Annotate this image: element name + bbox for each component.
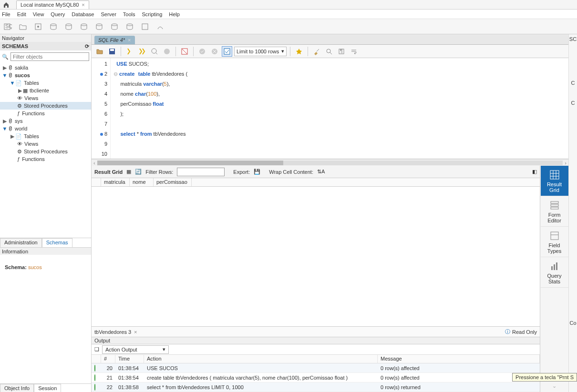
close-icon[interactable]: × [82, 2, 84, 8]
expand-icon[interactable]: ▶ [17, 88, 23, 94]
open-icon[interactable] [94, 46, 105, 57]
menu-tools[interactable]: Tools [123, 11, 135, 17]
tree-functions2[interactable]: Functions [22, 156, 45, 162]
invisible-chars-icon[interactable]: ¶ [336, 46, 347, 57]
new-sql-tab-icon[interactable]: SQL [2, 21, 13, 32]
right-collapsed-panel[interactable]: SC C C Co [568, 34, 577, 392]
tree-views2[interactable]: Views [24, 141, 38, 147]
tree-tables2[interactable]: Tables [24, 133, 39, 139]
side-form-editor[interactable]: Form Editor [541, 196, 568, 227]
sql-file-tab[interactable]: SQL File 4* × [94, 36, 135, 44]
wrap-icon[interactable] [349, 46, 359, 57]
grid-body[interactable] [92, 187, 540, 326]
filter-objects-input[interactable] [10, 52, 89, 61]
refresh-icon[interactable]: 🔄 [135, 169, 142, 175]
inspector-icon[interactable] [32, 21, 44, 32]
tree-sys[interactable]: sys [15, 118, 23, 124]
sql-editor[interactable]: 1 2 3 4 5 6 7 8 9 10 USE SUCOS; ⊖ create… [92, 58, 568, 159]
db-icon-2[interactable] [63, 21, 74, 32]
stop-icon[interactable] [162, 46, 172, 57]
wrap-toggle-icon[interactable]: ⇅A [317, 169, 325, 175]
menu-edit[interactable]: Edit [17, 11, 26, 17]
result-tab[interactable]: tbVendedores 3 × [94, 329, 137, 335]
side-field-types[interactable]: Field Types [541, 227, 568, 257]
menu-view[interactable]: View [33, 11, 44, 17]
no-limit-icon[interactable] [179, 46, 190, 57]
close-icon[interactable]: × [128, 37, 131, 43]
close-icon[interactable]: × [134, 329, 137, 335]
output-row[interactable]: 20 01:38:54 USE SUCOS 0 row(s) affected [92, 363, 540, 373]
menu-file[interactable]: File [2, 11, 10, 17]
tree-stored2[interactable]: Stored Procedures [24, 149, 68, 154]
expand-icon[interactable]: ▶ [2, 118, 8, 124]
db-icon-6[interactable] [124, 21, 135, 32]
code-area[interactable]: USE SUCOS; ⊖ create table tbVendedores (… [111, 58, 568, 159]
panel-toggle-icon[interactable]: ◧ [532, 169, 537, 175]
tree-stored[interactable]: Stored Procedures [24, 103, 68, 109]
db-icon-8[interactable] [155, 21, 166, 32]
collapse-icon[interactable]: ▼ [2, 72, 8, 78]
side-result-grid[interactable]: Result Grid [541, 166, 568, 196]
execute-icon[interactable] [124, 46, 135, 57]
menu-help[interactable]: Help [169, 11, 180, 17]
collapse-icon[interactable]: ▼ [2, 126, 8, 131]
expand-icon[interactable]: ▶ [2, 65, 8, 71]
tab-object-info[interactable]: Object Info [0, 384, 34, 392]
filter-rows-input[interactable] [177, 168, 225, 176]
commit-circle-icon[interactable] [197, 46, 207, 57]
db-icon-7[interactable] [139, 21, 151, 32]
tab-administration[interactable]: Administration [0, 238, 42, 247]
tab-session[interactable]: Session [34, 384, 61, 392]
side-query-stats[interactable]: Query Stats [541, 257, 568, 288]
tree-world[interactable]: world [15, 126, 27, 131]
grid-col-nome[interactable]: nome [130, 178, 154, 186]
menu-scripting[interactable]: Scripting [142, 11, 163, 17]
out-col-hash[interactable]: # [101, 355, 115, 363]
scroll-right-icon[interactable]: › [565, 160, 567, 166]
beautify-icon[interactable] [294, 46, 304, 57]
save-icon[interactable] [107, 46, 117, 57]
collapse-icon[interactable]: ▼ [10, 80, 15, 86]
find-icon[interactable] [324, 46, 334, 57]
brush-icon[interactable] [311, 46, 322, 57]
tree-sucos[interactable]: sucos [15, 72, 30, 78]
menu-query[interactable]: Query [51, 11, 65, 17]
home-icon[interactable] [2, 0, 10, 9]
export-icon[interactable]: 💾 [254, 169, 260, 175]
out-col-time[interactable]: Time [115, 355, 144, 363]
menu-server[interactable]: Server [101, 11, 116, 17]
output-row[interactable]: 21 01:38:54 create table tbVendedores ( … [92, 373, 540, 382]
chevron-down-icon[interactable]: ⌄ [549, 380, 559, 392]
autocommit-icon[interactable] [222, 46, 232, 57]
connection-tab[interactable]: Local instance MySQL80 × [16, 0, 89, 9]
output-row[interactable]: 22 01:38:58 select * from tbVendedores L… [92, 382, 540, 392]
expand-icon[interactable]: ▶ [10, 133, 15, 140]
grid-col-matricula[interactable]: matricula [101, 178, 130, 186]
out-col-message[interactable]: Message [378, 355, 540, 363]
output-type-icon[interactable]: ❏ [94, 346, 99, 352]
scroll-left-icon[interactable]: ‹ [93, 160, 95, 166]
open-sql-script-icon[interactable] [17, 21, 29, 32]
grid-col-percomissao[interactable]: perComissao [154, 178, 192, 186]
output-type-selector[interactable]: Action Output ▾ [102, 345, 169, 354]
refresh-icon[interactable]: ⟳ [85, 43, 89, 50]
db-icon-1[interactable] [48, 21, 59, 32]
schema-tree[interactable]: ▶🛢sakila ▼🛢sucos ▼📄Tables ▶▦tbcliente 👁V… [0, 63, 91, 238]
db-icon-4[interactable] [93, 21, 105, 32]
grid-icon[interactable]: ▦ [126, 169, 131, 175]
db-icon-5[interactable] [109, 21, 120, 32]
execute-current-icon[interactable] [137, 46, 147, 57]
tree-tables[interactable]: Tables [24, 80, 39, 86]
tree-views[interactable]: Views [24, 95, 38, 101]
explain-icon[interactable] [149, 46, 160, 57]
horizontal-scrollbar[interactable]: ‹ › [92, 159, 568, 166]
db-icon-3[interactable] [78, 21, 90, 32]
tree-tbcliente[interactable]: tbcliente [30, 88, 49, 93]
tree-sakila[interactable]: sakila [15, 65, 28, 70]
menu-database[interactable]: Database [72, 11, 94, 17]
tree-functions[interactable]: Functions [22, 111, 45, 116]
limit-selector[interactable]: Limit to 1000 rows ▾ [234, 47, 287, 56]
tab-schemas[interactable]: Schemas [42, 238, 72, 247]
out-col-action[interactable]: Action [144, 355, 378, 363]
rollback-circle-icon[interactable] [209, 46, 220, 57]
